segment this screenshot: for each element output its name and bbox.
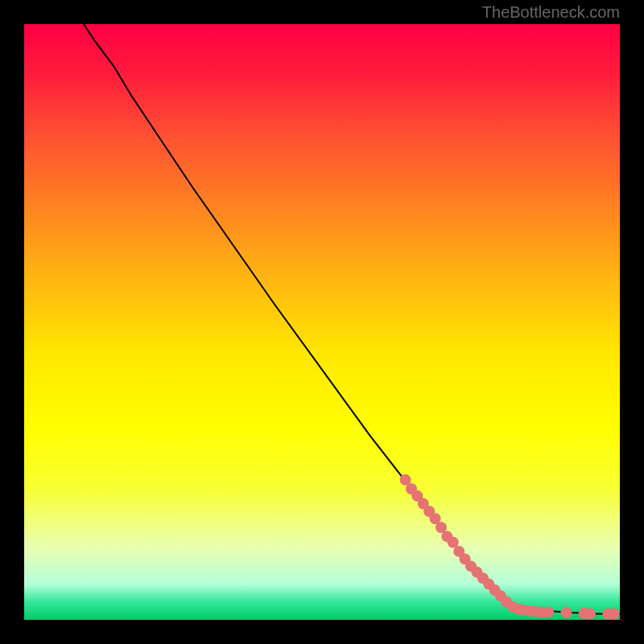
svg-point-27 (584, 609, 596, 620)
watermark-text: TheBottleneck.com (482, 3, 620, 22)
svg-point-25 (560, 607, 572, 618)
chart-line (84, 24, 620, 614)
chart-svg (24, 24, 620, 620)
chart-scatter-dots (400, 474, 620, 620)
chart-area (24, 24, 620, 620)
svg-point-29 (609, 609, 620, 620)
svg-point-24 (543, 606, 554, 617)
